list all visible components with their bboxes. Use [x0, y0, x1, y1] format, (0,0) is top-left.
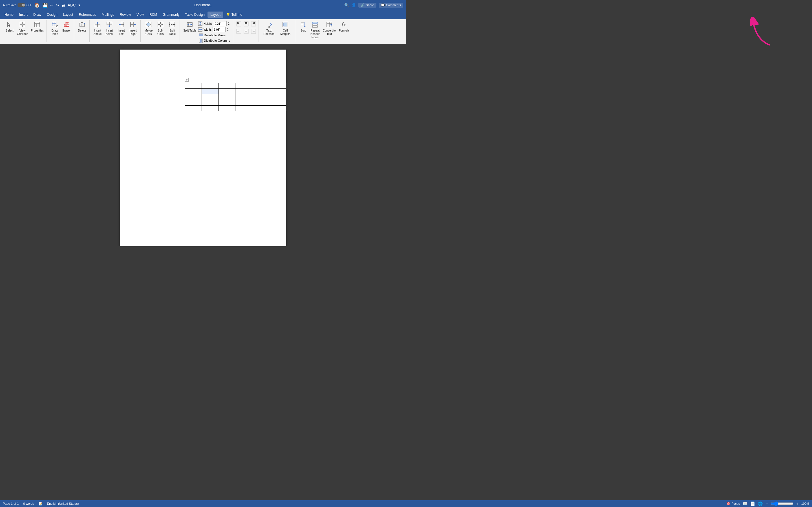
table-cell[interactable] [185, 100, 202, 106]
table-cell[interactable] [236, 89, 252, 94]
menu-grammarly[interactable]: Grammarly [160, 11, 182, 18]
align-top-center-button[interactable] [243, 21, 250, 27]
menu-table-design[interactable]: Table Design [183, 11, 207, 18]
align-center-right-button[interactable] [250, 28, 257, 35]
table-cell[interactable] [269, 94, 286, 100]
convert-to-text-button[interactable]: Convert to Text [321, 21, 337, 36]
table-cell[interactable] [218, 100, 236, 106]
table-cell[interactable] [185, 94, 202, 100]
distribute-rows-label: Distribute Rows [204, 34, 225, 37]
insert-below-button[interactable]: InsertBelow [104, 21, 115, 36]
table-cell[interactable] [252, 89, 269, 94]
table-cell[interactable] [269, 83, 286, 89]
doc-title-text: Document1 [194, 3, 211, 7]
menu-review[interactable]: Review [117, 11, 134, 18]
print-icon[interactable]: 🖨 [61, 3, 65, 7]
height-down[interactable]: ▼ [228, 24, 230, 26]
search-icon[interactable]: 🔍 [344, 3, 349, 7]
select-button[interactable]: Select [4, 21, 15, 33]
menu-rcm[interactable]: RCM [147, 11, 160, 18]
delete-button[interactable]: Delete [77, 21, 88, 33]
menu-layout[interactable]: Layout [60, 11, 76, 18]
height-spinner[interactable]: ▲ ▼ [228, 21, 230, 26]
split-cells-button[interactable]: SplitCells [155, 21, 166, 36]
svg-text:A: A [267, 26, 271, 27]
table-cell[interactable] [252, 100, 269, 106]
view-gridlines-button[interactable]: ViewGridlines [16, 21, 29, 36]
table-cell[interactable] [218, 89, 236, 94]
save-icon[interactable]: 💾 [42, 3, 48, 8]
table-cell[interactable] [269, 100, 286, 106]
table-cell[interactable] [236, 83, 252, 89]
table-resize-handle[interactable] [229, 100, 231, 102]
insert-right-button[interactable]: InsertRight [128, 21, 139, 36]
table-cell[interactable] [185, 83, 202, 89]
menu-draw[interactable]: Draw [31, 11, 44, 18]
formula-icon: f x [341, 21, 347, 29]
width-down[interactable]: ▼ [227, 30, 229, 32]
user-icon[interactable]: 👤 [351, 3, 356, 7]
home-icon[interactable]: 🏠 [35, 3, 40, 8]
height-input[interactable] [214, 21, 227, 26]
align-top-left-button[interactable] [236, 21, 242, 27]
sort-button[interactable]: Sort [297, 21, 309, 33]
menu-references[interactable]: References [76, 11, 99, 18]
share-button[interactable]: 🔗 Share [358, 3, 376, 8]
table-cell[interactable] [252, 106, 269, 111]
width-spinner[interactable]: ▲ ▼ [227, 27, 229, 32]
insert-left-button[interactable]: InsertLeft [116, 21, 127, 36]
menu-insert[interactable]: Insert [16, 11, 31, 18]
align-center-button[interactable] [243, 28, 250, 35]
distribute-rows-button[interactable]: Distribute Rows [198, 33, 231, 38]
table-cell[interactable] [202, 100, 218, 106]
title-bar-left: AutoSave OFF 🏠 💾 ↩ ↪ 🖨 ABC ▼ [3, 3, 136, 8]
table-cell[interactable] [236, 106, 252, 111]
table-cell[interactable] [185, 106, 202, 111]
menu-mailings[interactable]: Mailings [99, 11, 117, 18]
undo-icon[interactable]: ↩ [50, 3, 54, 7]
comments-button[interactable]: 💬 Comments [378, 3, 403, 8]
autosave-toggle[interactable] [17, 3, 26, 7]
merge-cells-icon [146, 21, 152, 29]
autofit-button[interactable]: Split Table [182, 21, 197, 33]
distribute-cols-button[interactable]: Distribute Columns [198, 38, 231, 43]
table-cell[interactable] [252, 83, 269, 89]
align-top-right-button[interactable] [250, 21, 257, 27]
menu-home[interactable]: Home [2, 11, 16, 18]
repeat-header-button[interactable]: RepeatHeaderRows [309, 21, 321, 40]
table-cell[interactable] [202, 94, 218, 100]
table-cell[interactable] [236, 100, 252, 106]
text-direction-button[interactable]: A Text Direction [261, 21, 277, 36]
redo-icon[interactable]: ↪ [56, 3, 59, 7]
align-center-left-button[interactable] [236, 28, 242, 35]
eraser-button[interactable]: Eraser [61, 21, 72, 33]
table-cell[interactable] [202, 83, 218, 89]
table-move-handle[interactable]: + [185, 78, 189, 82]
split-table-button[interactable]: SplitTable [167, 21, 178, 36]
menu-table-layout[interactable]: Layout [207, 11, 223, 18]
table-cell[interactable] [202, 106, 218, 111]
table-cell[interactable] [218, 94, 236, 100]
table-cell[interactable] [202, 89, 218, 94]
table-cell[interactable] [269, 89, 286, 94]
menu-view[interactable]: View [134, 11, 147, 18]
sort-icon [300, 21, 306, 29]
cell-margins-button[interactable]: Cell Margins [277, 21, 293, 36]
table-cell[interactable] [252, 94, 269, 100]
properties-icon [34, 21, 40, 29]
merge-cells-button[interactable]: MergeCells [143, 21, 154, 36]
table-cell[interactable] [218, 106, 236, 111]
menu-design[interactable]: Design [44, 11, 60, 18]
formula-button[interactable]: f x Formula [338, 21, 350, 33]
dropdown-icon[interactable]: ▼ [78, 4, 81, 7]
table-cell[interactable] [218, 83, 236, 89]
width-input[interactable] [213, 27, 225, 32]
menu-tell-me[interactable]: 💡 Tell me [223, 11, 245, 18]
spell-icon[interactable]: ABC [68, 3, 76, 7]
table-cell[interactable] [185, 89, 202, 94]
table-cell[interactable] [236, 94, 252, 100]
table-cell[interactable] [269, 106, 286, 111]
properties-button[interactable]: Properties [30, 21, 45, 33]
draw-table-button[interactable]: DrawTable [49, 21, 60, 36]
insert-above-button[interactable]: InsertAbove [92, 21, 103, 36]
